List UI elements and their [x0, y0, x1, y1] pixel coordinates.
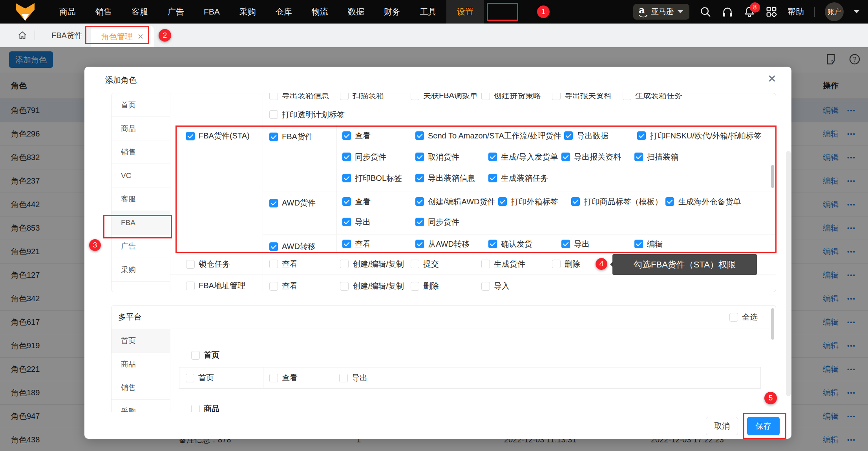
checkbox[interactable] [415, 174, 424, 182]
menu-item-1[interactable]: 商品 [111, 353, 170, 376]
menu-item-7[interactable]: 采购 [111, 258, 170, 282]
permission-item[interactable]: 生成/导入发货单 [488, 152, 561, 162]
menu-item-1[interactable]: 商品 [111, 117, 170, 140]
nav-item-2[interactable]: 客服 [122, 0, 158, 24]
permission-item[interactable]: 导出数据 [564, 131, 637, 141]
checkbox[interactable] [665, 197, 674, 206]
nav-item-10[interactable]: 工具 [410, 0, 446, 24]
checkbox[interactable] [481, 282, 490, 291]
checkbox[interactable] [269, 242, 278, 251]
checkbox[interactable] [637, 131, 646, 140]
permission-item[interactable]: 删除 [411, 281, 481, 291]
checkbox[interactable] [415, 153, 424, 161]
permission-item[interactable]: 导出报关资料 [561, 152, 634, 162]
nav-item-3[interactable]: 广告 [158, 0, 194, 24]
permission-item[interactable]: 创建/编辑/复制 [340, 259, 411, 269]
search-icon[interactable] [700, 6, 711, 18]
marketplace-selector[interactable]: a 亚马逊 [633, 4, 689, 20]
checkbox[interactable] [340, 282, 349, 291]
checkbox[interactable] [339, 374, 348, 382]
checkbox[interactable] [342, 240, 351, 248]
checkbox[interactable] [342, 218, 351, 226]
section-scrollbar-thumb[interactable] [771, 308, 774, 340]
permission-item[interactable]: 打印透明计划标签 [269, 109, 348, 120]
permission-item[interactable]: 打印FNSKU/欧代/外箱/托帕标签 [637, 131, 764, 141]
permission-item[interactable]: 创建拼货策略 [481, 93, 552, 101]
checkbox[interactable] [564, 131, 573, 140]
permission-item[interactable]: 关联FBA调拨单 [411, 93, 481, 101]
permission-item[interactable]: 创建/编辑/复制 [340, 281, 411, 291]
checkbox[interactable] [269, 374, 278, 382]
permission-item[interactable]: 锁仓任务 [186, 259, 233, 269]
checkbox[interactable] [571, 197, 580, 206]
permission-item[interactable]: 确认发货 [488, 239, 561, 249]
checkbox[interactable] [269, 260, 278, 268]
support-headset-icon[interactable] [722, 6, 733, 18]
tab-0[interactable]: FBA货件 [43, 24, 91, 47]
checkbox[interactable] [488, 174, 497, 182]
tab-1[interactable]: 角色管理✕ [91, 26, 154, 47]
checkbox[interactable] [415, 197, 424, 206]
checkbox[interactable] [191, 351, 200, 360]
checkbox[interactable] [342, 197, 351, 206]
checkbox[interactable] [481, 260, 490, 268]
checkbox[interactable] [729, 313, 738, 322]
permission-item[interactable]: 编辑 [634, 239, 707, 249]
checkbox[interactable] [340, 93, 349, 100]
nav-item-4[interactable]: FBA [194, 0, 230, 24]
checkbox[interactable] [342, 174, 351, 182]
permission-item[interactable]: 查看 [342, 239, 415, 249]
checkbox[interactable] [340, 260, 349, 268]
menu-item-3[interactable]: VC [111, 164, 170, 187]
checkbox[interactable] [411, 93, 419, 100]
permission-item[interactable]: FBA地址管理 [186, 280, 249, 291]
apps-grid-icon[interactable] [766, 6, 777, 18]
menu-item-0[interactable]: 首页 [111, 329, 170, 353]
checkbox[interactable] [481, 93, 490, 100]
checkbox[interactable] [415, 131, 424, 140]
permission-item[interactable]: 生成海外仓备货单 [665, 196, 744, 207]
checkbox[interactable] [561, 153, 570, 161]
checkbox[interactable] [191, 405, 200, 412]
permission-item[interactable]: 打印商品标签（模板） [571, 196, 665, 207]
permission-item[interactable]: 导出报关资料 [552, 93, 623, 101]
permission-item[interactable]: 扫描装箱 [634, 152, 707, 162]
permission-item[interactable]: 同步货件 [342, 152, 415, 162]
permission-item[interactable]: 扫描装箱 [340, 93, 411, 101]
menu-item-5[interactable]: FBA [111, 211, 170, 235]
nav-item-11[interactable]: 设置 [446, 0, 484, 24]
checkbox[interactable] [342, 153, 351, 161]
modal-scrollbar[interactable] [786, 151, 791, 396]
permission-item[interactable]: 首页 [186, 373, 217, 383]
section-scrollbar-thumb[interactable] [771, 165, 774, 188]
permission-item[interactable]: 打印外箱标签 [498, 196, 571, 207]
permission-item[interactable]: 导出装箱信息 [415, 173, 488, 184]
permission-item[interactable]: 创建/编辑AWD货件 [415, 196, 498, 207]
permission-item[interactable]: 导出 [561, 239, 634, 249]
menu-item-2[interactable]: 销售 [111, 376, 170, 400]
permission-item[interactable]: 生成装箱任务 [623, 93, 693, 101]
tab-close-icon[interactable]: ✕ [137, 32, 144, 41]
checkbox[interactable] [269, 199, 278, 207]
nav-item-7[interactable]: 物流 [302, 0, 338, 24]
permission-item[interactable]: 导出 [339, 373, 409, 383]
checkbox[interactable] [342, 131, 351, 140]
checkbox[interactable] [186, 260, 195, 269]
permission-item[interactable]: 查看 [342, 196, 415, 207]
permission-item[interactable]: 删除 [552, 259, 623, 269]
permission-item[interactable]: 生成货件 [481, 259, 552, 269]
checkbox[interactable] [552, 93, 561, 100]
checkbox[interactable] [552, 260, 561, 268]
checkbox[interactable] [269, 93, 278, 100]
nav-item-8[interactable]: 数据 [338, 0, 374, 24]
checkbox[interactable] [561, 240, 570, 248]
checkbox[interactable] [415, 240, 424, 248]
checkbox[interactable] [411, 260, 419, 268]
brand-logo-icon[interactable] [16, 3, 35, 21]
permission-item[interactable]: 导入 [481, 281, 552, 291]
save-button[interactable]: 保存 [747, 417, 780, 435]
permission-item[interactable]: 提交 [411, 259, 481, 269]
nav-item-5[interactable]: 采购 [230, 0, 266, 24]
home-icon[interactable] [17, 30, 27, 40]
permission-item[interactable]: 查看 [269, 259, 340, 269]
